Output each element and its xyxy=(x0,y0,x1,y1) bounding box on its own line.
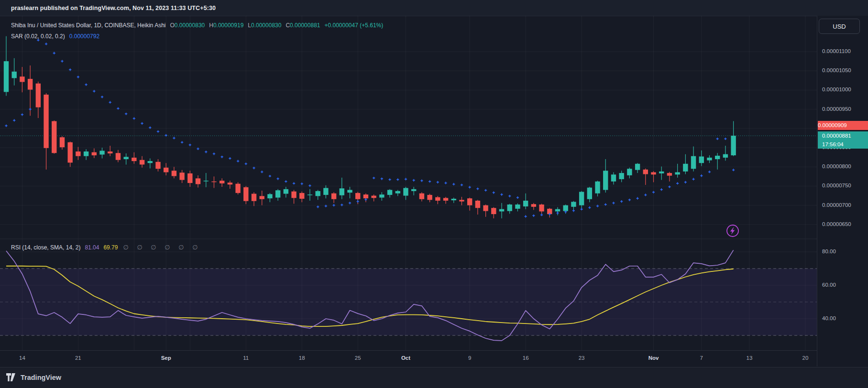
quick-trade-lightning-button[interactable] xyxy=(725,223,741,239)
price-axis-label: 0.00000750 xyxy=(822,183,851,188)
rsi-axis-label: 60.00 xyxy=(822,282,836,288)
time-axis-label: 13 xyxy=(747,355,753,361)
symbol-title: Shiba Inu / United States Dollar, 1D, CO… xyxy=(11,22,165,29)
price-axis-label: 0.00001000 xyxy=(822,86,851,92)
currency-toggle-button[interactable]: USD xyxy=(819,19,860,34)
rsi-value: 81.04 xyxy=(85,244,99,251)
time-axis-label: Sep xyxy=(161,355,171,361)
attribution-text: praslearn published on TradingView.com, … xyxy=(11,5,216,11)
tradingview-logo-icon xyxy=(6,373,17,381)
attribution-bar: praslearn published on TradingView.com, … xyxy=(0,0,868,16)
chart-canvas[interactable] xyxy=(0,16,817,350)
rsi-hidden-values: ∅ ∅ ∅ ∅ ∅ ∅ xyxy=(123,244,201,251)
time-axis-label: Oct xyxy=(401,355,410,361)
price-axis-label: 0.00001100 xyxy=(822,48,851,54)
time-axis-label: 11 xyxy=(243,355,249,361)
price-axis-label: 0.00000700 xyxy=(822,202,851,208)
ohlc-open: O0.00000830 xyxy=(170,22,205,29)
time-axis-label: 21 xyxy=(75,355,81,361)
last-price-value: 0.00000881 xyxy=(818,131,868,140)
time-axis-label: 23 xyxy=(579,355,585,361)
tradingview-chart-window: praslearn published on TradingView.com, … xyxy=(0,0,868,388)
time-axis-label: 14 xyxy=(19,355,25,361)
tradingview-logo[interactable]: TradingView xyxy=(6,373,61,381)
time-axis-label: 7 xyxy=(700,355,703,361)
lightning-bolt-icon xyxy=(730,227,735,235)
change-value: +0.00000047 (+5.61%) xyxy=(324,22,383,29)
currency-label: USD xyxy=(833,23,846,30)
price-axis-label: 0.00000950 xyxy=(822,106,851,112)
time-axis-label: 9 xyxy=(468,355,471,361)
price-axis-label: 0.00000650 xyxy=(822,221,851,227)
time-axis-label: 18 xyxy=(299,355,305,361)
tradingview-brand-text: TradingView xyxy=(21,374,61,381)
bottom-brand-bar: TradingView xyxy=(0,366,868,388)
sar-indicator-legend[interactable]: SAR (0.02, 0.02, 0.2) 0.00000792 xyxy=(11,33,99,40)
ohlc-low: L0.00000830 xyxy=(248,22,281,29)
symbol-legend[interactable]: Shiba Inu / United States Dollar, 1D, CO… xyxy=(11,22,383,29)
time-axis-label: 16 xyxy=(523,355,529,361)
time-axis-label: Nov xyxy=(648,355,659,361)
rsi-axis-label: 40.00 xyxy=(822,315,836,321)
sar-label: SAR (0.02, 0.02, 0.2) xyxy=(11,33,65,40)
rsi-axis-label: 80.00 xyxy=(822,248,836,254)
time-axis-label: 25 xyxy=(355,355,361,361)
rsi-indicator-legend[interactable]: RSI (14, close, SMA, 14, 2) 81.04 69.79 … xyxy=(11,244,201,251)
time-axis[interactable]: 1421Sep111825Oct91623Nov71320 xyxy=(0,350,868,367)
ohlc-high: H0.00000919 xyxy=(209,22,243,29)
price-axis[interactable]: 0.000011000.000010500.000010000.00000950… xyxy=(817,16,868,366)
rsi-label: RSI (14, close, SMA, 14, 2) xyxy=(11,244,80,251)
last-price-tag: 0.00000881 17:56:04 xyxy=(818,131,868,149)
price-axis-label: 0.00000800 xyxy=(822,163,851,169)
sar-value: 0.00000792 xyxy=(69,33,99,40)
bar-countdown: 17:56:04 xyxy=(818,140,868,149)
rsi-sma-value: 69.79 xyxy=(103,244,118,251)
price-axis-label: 0.00001050 xyxy=(822,67,851,73)
ohlc-close: C0.00000881 xyxy=(286,22,320,29)
high-price-tag: 0.00000909 xyxy=(818,121,868,130)
time-axis-label: 20 xyxy=(802,355,809,361)
